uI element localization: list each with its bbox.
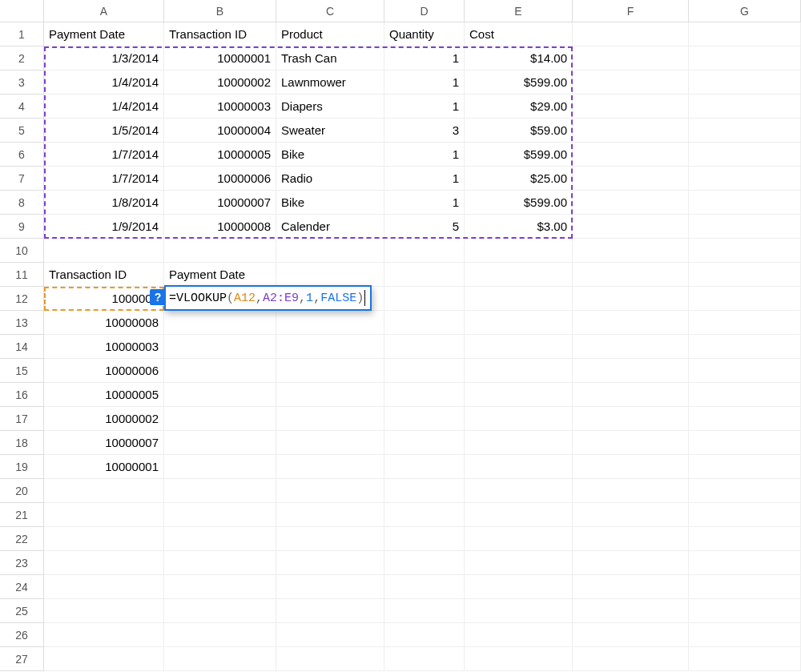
cell-B24[interactable]	[164, 575, 276, 599]
cell-A18[interactable]: 10000007	[44, 431, 164, 455]
cell-G6[interactable]	[689, 143, 801, 167]
cell-B27[interactable]	[164, 647, 276, 671]
cell-D14[interactable]	[384, 335, 465, 359]
row-header-11[interactable]: 11	[0, 263, 44, 287]
cell-E20[interactable]	[465, 479, 573, 503]
cell-G1[interactable]	[689, 22, 801, 46]
row-header-21[interactable]: 21	[0, 503, 44, 527]
cell-C13[interactable]	[276, 311, 384, 335]
cell-A3[interactable]: 1/4/2014	[44, 70, 164, 95]
cell-F22[interactable]	[573, 527, 689, 551]
cell-B26[interactable]	[164, 623, 276, 647]
cell-D23[interactable]	[384, 551, 465, 575]
cell-B19[interactable]	[164, 455, 276, 479]
cell-B20[interactable]	[164, 479, 276, 503]
cell-F11[interactable]	[573, 263, 689, 287]
cell-E4[interactable]: $29.00	[465, 95, 573, 119]
cell-A12[interactable]: 1000000	[44, 287, 164, 311]
cell-D9[interactable]: 5	[384, 215, 465, 239]
row-header-14[interactable]: 14	[0, 335, 44, 359]
cell-G19[interactable]	[689, 455, 801, 479]
cell-B11[interactable]: Payment Date	[164, 263, 276, 287]
row-header-7[interactable]: 7	[0, 167, 44, 191]
cell-A2[interactable]: 1/3/2014	[44, 46, 164, 70]
cell-B7[interactable]: 10000006	[164, 167, 276, 191]
cell-A19[interactable]: 10000001	[44, 455, 164, 479]
cell-D8[interactable]: 1	[384, 191, 465, 215]
cell-C4[interactable]: Diapers	[276, 95, 384, 119]
cell-E9[interactable]: $3.00	[465, 215, 573, 239]
cell-B21[interactable]	[164, 503, 276, 527]
cell-B15[interactable]	[164, 359, 276, 383]
cell-E10[interactable]	[465, 239, 573, 263]
cell-F20[interactable]	[573, 479, 689, 503]
cell-B25[interactable]	[164, 599, 276, 623]
cell-E3[interactable]: $599.00	[465, 70, 573, 95]
cell-G16[interactable]	[689, 383, 801, 407]
row-header-22[interactable]: 22	[0, 527, 44, 551]
cell-D5[interactable]: 3	[384, 119, 465, 143]
cell-A22[interactable]	[44, 527, 164, 551]
row-header-16[interactable]: 16	[0, 383, 44, 407]
cell-D15[interactable]	[384, 359, 465, 383]
cell-A23[interactable]	[44, 551, 164, 575]
cell-F8[interactable]	[573, 191, 689, 215]
col-header-F[interactable]: F	[573, 0, 689, 22]
cell-G21[interactable]	[689, 503, 801, 527]
cell-F14[interactable]	[573, 335, 689, 359]
cell-B5[interactable]: 10000004	[164, 119, 276, 143]
cell-G20[interactable]	[689, 479, 801, 503]
cell-D10[interactable]	[384, 239, 465, 263]
cell-E7[interactable]: $25.00	[465, 167, 573, 191]
cell-A4[interactable]: 1/4/2014	[44, 95, 164, 119]
row-header-12[interactable]: 12	[0, 287, 44, 311]
cell-F13[interactable]	[573, 311, 689, 335]
cell-C3[interactable]: Lawnmower	[276, 70, 384, 95]
cell-G12[interactable]	[689, 287, 801, 311]
cell-E25[interactable]	[465, 599, 573, 623]
cell-E24[interactable]	[465, 575, 573, 599]
cell-F21[interactable]	[573, 503, 689, 527]
row-header-15[interactable]: 15	[0, 359, 44, 383]
cell-A9[interactable]: 1/9/2014	[44, 215, 164, 239]
cell-B9[interactable]: 10000008	[164, 215, 276, 239]
cell-F18[interactable]	[573, 431, 689, 455]
cell-F25[interactable]	[573, 599, 689, 623]
row-header-3[interactable]: 3	[0, 70, 44, 95]
cell-D25[interactable]	[384, 599, 465, 623]
cell-B2[interactable]: 10000001	[164, 46, 276, 70]
cell-D18[interactable]	[384, 431, 465, 455]
cell-A27[interactable]	[44, 647, 164, 671]
cell-E19[interactable]	[465, 455, 573, 479]
cell-E11[interactable]	[465, 263, 573, 287]
row-header-20[interactable]: 20	[0, 479, 44, 503]
cell-G4[interactable]	[689, 95, 801, 119]
cell-E8[interactable]: $599.00	[465, 191, 573, 215]
row-header-13[interactable]: 13	[0, 311, 44, 335]
cell-G15[interactable]	[689, 359, 801, 383]
cell-G27[interactable]	[689, 647, 801, 671]
cell-G8[interactable]	[689, 191, 801, 215]
cell-A14[interactable]: 10000003	[44, 335, 164, 359]
cell-F12[interactable]	[573, 287, 689, 311]
cell-E17[interactable]	[465, 407, 573, 431]
cell-A24[interactable]	[44, 575, 164, 599]
cell-D16[interactable]	[384, 383, 465, 407]
cell-D11[interactable]	[384, 263, 465, 287]
cell-F5[interactable]	[573, 119, 689, 143]
cell-B18[interactable]	[164, 431, 276, 455]
cell-B22[interactable]	[164, 527, 276, 551]
cell-C21[interactable]	[276, 503, 384, 527]
cell-B3[interactable]: 10000002	[164, 70, 276, 95]
cell-D21[interactable]	[384, 503, 465, 527]
col-header-B[interactable]: B	[164, 0, 276, 22]
cell-C25[interactable]	[276, 599, 384, 623]
cell-F1[interactable]	[573, 22, 689, 46]
formula-help-icon[interactable]: ?	[150, 289, 166, 305]
cell-C18[interactable]	[276, 431, 384, 455]
cell-G10[interactable]	[689, 239, 801, 263]
cell-G13[interactable]	[689, 311, 801, 335]
col-header-E[interactable]: E	[465, 0, 573, 22]
cell-G24[interactable]	[689, 575, 801, 599]
cell-F16[interactable]	[573, 383, 689, 407]
